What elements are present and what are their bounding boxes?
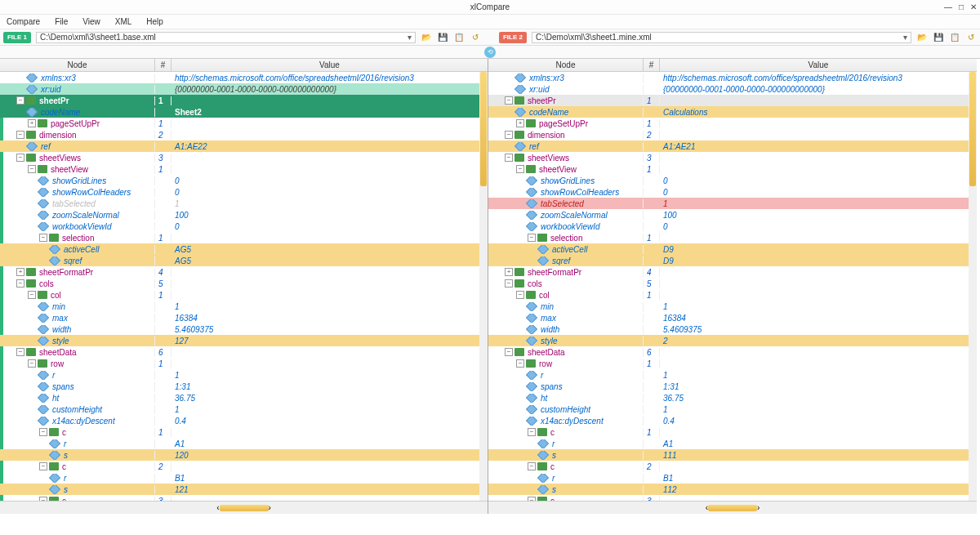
tree-row[interactable]: sheetView1 bbox=[0, 163, 488, 175]
tree-row[interactable]: dimension2 bbox=[488, 129, 977, 140]
tree-row[interactable]: rB1 bbox=[488, 472, 977, 484]
node-cell[interactable]: s bbox=[488, 451, 644, 460]
node-cell[interactable]: c bbox=[488, 497, 644, 502]
expander-icon[interactable] bbox=[505, 96, 513, 105]
node-cell[interactable]: zoomScaleNormal bbox=[488, 211, 644, 220]
expander-icon[interactable] bbox=[16, 279, 24, 288]
tree-row[interactable]: dimension2 bbox=[0, 129, 488, 140]
tree-row[interactable]: s112 bbox=[488, 484, 977, 495]
header-value[interactable]: Value bbox=[172, 59, 488, 71]
tree-row[interactable]: sqrefD9 bbox=[488, 255, 977, 266]
node-cell[interactable]: showRowColHeaders bbox=[488, 188, 644, 197]
menu-compare[interactable]: Compare bbox=[7, 17, 40, 26]
node-cell[interactable]: xmlns:xr3 bbox=[0, 74, 155, 82]
node-cell[interactable]: sheetData bbox=[0, 348, 155, 357]
node-cell[interactable]: dimension bbox=[0, 131, 155, 140]
file1-path-input[interactable]: C:\Demo\xml\3\sheet1.base.xml ▾ bbox=[36, 32, 416, 43]
tree-row[interactable]: sheetPr1 bbox=[0, 95, 488, 106]
node-cell[interactable]: style bbox=[488, 337, 644, 346]
tree-row[interactable]: sheetData6 bbox=[0, 346, 488, 358]
expander-icon[interactable] bbox=[516, 359, 524, 368]
node-cell[interactable]: sheetViews bbox=[488, 154, 644, 163]
node-cell[interactable]: xr:uid bbox=[488, 85, 644, 94]
tree-row[interactable]: sheetFormatPr4 bbox=[0, 266, 488, 278]
expander-icon[interactable] bbox=[505, 131, 513, 139]
tree-row[interactable]: showGridLines0 bbox=[0, 175, 488, 186]
expander-icon[interactable] bbox=[16, 154, 24, 162]
expander-icon[interactable] bbox=[28, 119, 36, 127]
sync-icon[interactable]: ⟲ bbox=[484, 47, 496, 58]
node-cell[interactable]: cols bbox=[0, 279, 155, 288]
hscroll[interactable]: ‹ › bbox=[0, 501, 488, 514]
node-cell[interactable]: r bbox=[488, 439, 644, 448]
copy-icon[interactable]: 📋 bbox=[453, 32, 465, 43]
node-cell[interactable]: style bbox=[0, 337, 155, 346]
node-cell[interactable]: sqref bbox=[0, 256, 155, 265]
tree-row[interactable]: activeCellD9 bbox=[488, 243, 977, 255]
expander-icon[interactable] bbox=[516, 291, 524, 299]
tree-row[interactable]: c1 bbox=[0, 426, 488, 438]
menu-view[interactable]: View bbox=[82, 17, 100, 26]
node-cell[interactable]: workbookViewId bbox=[488, 222, 644, 231]
node-cell[interactable]: col bbox=[0, 291, 155, 300]
node-cell[interactable]: x14ac:dyDescent bbox=[488, 417, 644, 426]
tree-row[interactable]: sheetFormatPr4 bbox=[488, 266, 977, 278]
node-cell[interactable]: row bbox=[488, 359, 644, 368]
open-icon[interactable]: 📂 bbox=[421, 32, 432, 43]
tree-row[interactable]: zoomScaleNormal100 bbox=[488, 209, 977, 221]
tree-row[interactable]: xmlns:xr3http://schemas.microsoft.com/of… bbox=[0, 72, 488, 83]
node-cell[interactable]: r bbox=[488, 371, 644, 380]
tree-row[interactable]: tabSelected1 bbox=[0, 198, 488, 209]
tree-row[interactable]: codeNameSheet2 bbox=[0, 106, 488, 118]
tree-row[interactable]: rB1 bbox=[0, 472, 488, 484]
node-cell[interactable]: max bbox=[0, 314, 155, 323]
menu-file[interactable]: File bbox=[55, 17, 68, 26]
expander-icon[interactable] bbox=[28, 291, 36, 299]
node-cell[interactable]: sheetData bbox=[488, 348, 644, 357]
node-cell[interactable]: customHeight bbox=[488, 405, 644, 414]
node-cell[interactable]: sheetViews bbox=[0, 154, 155, 163]
tree-row[interactable]: showGridLines0 bbox=[488, 175, 977, 186]
node-cell[interactable]: r bbox=[0, 474, 155, 483]
header-hash[interactable]: # bbox=[644, 59, 660, 71]
tree-row[interactable]: xr:uid{00000000-0001-0000-0000-000000000… bbox=[488, 83, 977, 95]
tree-row[interactable]: cols5 bbox=[488, 278, 977, 289]
expander-icon[interactable] bbox=[39, 234, 47, 242]
save-icon[interactable]: 💾 bbox=[933, 32, 944, 43]
tree-row[interactable]: c3 bbox=[488, 495, 977, 501]
node-cell[interactable]: width bbox=[488, 325, 644, 334]
expander-icon[interactable] bbox=[528, 234, 536, 242]
tree-row[interactable]: c2 bbox=[488, 461, 977, 472]
expander-icon[interactable] bbox=[505, 154, 513, 162]
tree-row[interactable]: rA1 bbox=[488, 438, 977, 449]
tree-row[interactable]: style2 bbox=[488, 335, 977, 346]
expander-icon[interactable] bbox=[528, 462, 536, 470]
menu-xml[interactable]: XML bbox=[115, 17, 132, 26]
tree-row[interactable]: min1 bbox=[0, 301, 488, 312]
revert-icon[interactable]: ↺ bbox=[470, 32, 481, 43]
node-cell[interactable]: cols bbox=[488, 279, 644, 288]
tree-row[interactable]: spans1:31 bbox=[0, 381, 488, 392]
tree-row[interactable]: min1 bbox=[488, 301, 977, 312]
tree-row[interactable]: c3 bbox=[0, 495, 488, 501]
tree-row[interactable]: customHeight1 bbox=[0, 403, 488, 415]
tree-row[interactable]: pageSetUpPr1 bbox=[0, 118, 488, 129]
node-cell[interactable]: sheetFormatPr bbox=[0, 268, 155, 277]
tree-row[interactable]: max16384 bbox=[0, 312, 488, 323]
file2-path-input[interactable]: C:\Demo\xml\3\sheet1.mine.xml ▾ bbox=[532, 32, 911, 43]
node-cell[interactable]: ref bbox=[488, 142, 644, 151]
tree-row[interactable]: tabSelected1 bbox=[488, 198, 977, 209]
node-cell[interactable]: width bbox=[0, 325, 155, 334]
node-cell[interactable]: c bbox=[0, 462, 155, 471]
expander-icon[interactable] bbox=[505, 268, 513, 276]
node-cell[interactable]: spans bbox=[0, 382, 155, 391]
chevron-down-icon[interactable]: ▾ bbox=[903, 33, 907, 42]
node-cell[interactable]: showGridLines bbox=[0, 176, 155, 185]
node-cell[interactable]: s bbox=[488, 485, 644, 494]
tree-row[interactable]: showRowColHeaders0 bbox=[0, 186, 488, 198]
expander-icon[interactable] bbox=[16, 96, 24, 105]
node-cell[interactable]: zoomScaleNormal bbox=[0, 211, 155, 220]
node-cell[interactable]: spans bbox=[488, 382, 644, 391]
tree-row[interactable]: s120 bbox=[0, 449, 488, 461]
node-cell[interactable]: c bbox=[0, 497, 155, 502]
